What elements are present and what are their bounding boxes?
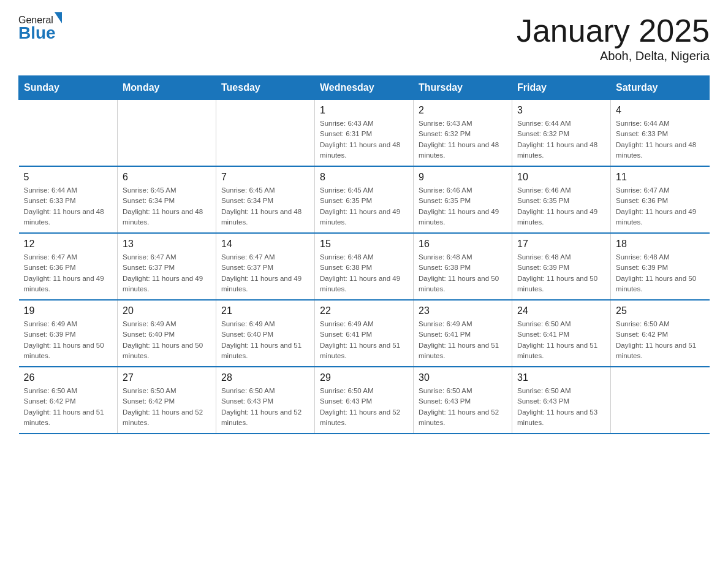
calendar-cell: 1Sunrise: 6:43 AMSunset: 6:31 PMDaylight… bbox=[315, 100, 414, 167]
calendar-cell: 24Sunrise: 6:50 AMSunset: 6:41 PMDayligh… bbox=[512, 300, 611, 367]
day-info: Sunrise: 6:45 AMSunset: 6:34 PMDaylight:… bbox=[123, 185, 211, 228]
header-tuesday: Tuesday bbox=[216, 76, 315, 100]
calendar-cell bbox=[19, 100, 118, 167]
day-info: Sunrise: 6:47 AMSunset: 6:37 PMDaylight:… bbox=[123, 252, 211, 294]
calendar-cell: 16Sunrise: 6:48 AMSunset: 6:38 PMDayligh… bbox=[414, 233, 512, 300]
calendar-cell: 3Sunrise: 6:44 AMSunset: 6:32 PMDaylight… bbox=[512, 100, 611, 167]
title-area: January 2025 Aboh, Delta, Nigeria bbox=[517, 12, 710, 63]
calendar-cell: 21Sunrise: 6:49 AMSunset: 6:40 PMDayligh… bbox=[216, 300, 315, 367]
day-info: Sunrise: 6:50 AMSunset: 6:43 PMDaylight:… bbox=[320, 386, 408, 428]
calendar-cell: 6Sunrise: 6:45 AMSunset: 6:34 PMDaylight… bbox=[118, 166, 216, 233]
day-number: 10 bbox=[517, 172, 605, 183]
logo: General Blue bbox=[18, 12, 62, 43]
day-number: 2 bbox=[419, 105, 507, 116]
day-info: Sunrise: 6:50 AMSunset: 6:41 PMDaylight:… bbox=[517, 319, 605, 361]
day-info: Sunrise: 6:48 AMSunset: 6:38 PMDaylight:… bbox=[419, 252, 507, 294]
day-info: Sunrise: 6:49 AMSunset: 6:39 PMDaylight:… bbox=[24, 319, 113, 361]
calendar-week-row: 5Sunrise: 6:44 AMSunset: 6:33 PMDaylight… bbox=[19, 166, 710, 233]
day-info: Sunrise: 6:47 AMSunset: 6:37 PMDaylight:… bbox=[221, 252, 309, 294]
day-info: Sunrise: 6:50 AMSunset: 6:43 PMDaylight:… bbox=[419, 386, 507, 428]
day-number: 13 bbox=[123, 239, 211, 250]
day-number: 9 bbox=[419, 172, 507, 183]
day-number: 31 bbox=[517, 372, 605, 383]
day-number: 19 bbox=[24, 305, 113, 316]
calendar-cell: 2Sunrise: 6:43 AMSunset: 6:32 PMDaylight… bbox=[414, 100, 512, 167]
logo-triangle-icon bbox=[55, 12, 62, 23]
day-number: 20 bbox=[123, 305, 211, 316]
day-info: Sunrise: 6:50 AMSunset: 6:43 PMDaylight:… bbox=[517, 386, 605, 428]
day-number: 29 bbox=[320, 372, 408, 383]
header-monday: Monday bbox=[118, 76, 216, 100]
day-info: Sunrise: 6:49 AMSunset: 6:41 PMDaylight:… bbox=[419, 319, 507, 361]
calendar-cell bbox=[611, 367, 710, 434]
day-number: 22 bbox=[320, 305, 408, 316]
day-number: 27 bbox=[123, 372, 211, 383]
day-number: 23 bbox=[419, 305, 507, 316]
calendar-cell: 26Sunrise: 6:50 AMSunset: 6:42 PMDayligh… bbox=[19, 367, 118, 434]
calendar-cell: 5Sunrise: 6:44 AMSunset: 6:33 PMDaylight… bbox=[19, 166, 118, 233]
logo-blue-text: Blue bbox=[18, 23, 56, 43]
day-info: Sunrise: 6:50 AMSunset: 6:42 PMDaylight:… bbox=[123, 386, 211, 428]
day-number: 11 bbox=[616, 172, 705, 183]
calendar-week-row: 26Sunrise: 6:50 AMSunset: 6:42 PMDayligh… bbox=[19, 367, 710, 434]
calendar-cell: 22Sunrise: 6:49 AMSunset: 6:41 PMDayligh… bbox=[315, 300, 414, 367]
calendar-week-row: 1Sunrise: 6:43 AMSunset: 6:31 PMDaylight… bbox=[19, 100, 710, 167]
day-number: 8 bbox=[320, 172, 408, 183]
calendar-title: January 2025 bbox=[517, 12, 710, 49]
day-number: 24 bbox=[517, 305, 605, 316]
day-info: Sunrise: 6:47 AMSunset: 6:36 PMDaylight:… bbox=[616, 185, 705, 228]
day-number: 6 bbox=[123, 172, 211, 183]
calendar-table: SundayMondayTuesdayWednesdayThursdayFrid… bbox=[18, 75, 710, 434]
calendar-cell bbox=[216, 100, 315, 167]
day-number: 1 bbox=[320, 105, 408, 116]
day-number: 5 bbox=[24, 172, 113, 183]
day-number: 30 bbox=[419, 372, 507, 383]
calendar-cell: 28Sunrise: 6:50 AMSunset: 6:43 PMDayligh… bbox=[216, 367, 315, 434]
day-info: Sunrise: 6:44 AMSunset: 6:33 PMDaylight:… bbox=[616, 118, 705, 161]
day-info: Sunrise: 6:49 AMSunset: 6:40 PMDaylight:… bbox=[221, 319, 309, 361]
page-header: General Blue January 2025 Aboh, Delta, N… bbox=[18, 12, 710, 63]
day-number: 15 bbox=[320, 239, 408, 250]
header-friday: Friday bbox=[512, 76, 611, 100]
day-info: Sunrise: 6:49 AMSunset: 6:40 PMDaylight:… bbox=[123, 319, 211, 361]
day-number: 7 bbox=[221, 172, 309, 183]
day-number: 17 bbox=[517, 239, 605, 250]
day-info: Sunrise: 6:48 AMSunset: 6:39 PMDaylight:… bbox=[616, 252, 705, 294]
day-number: 16 bbox=[419, 239, 507, 250]
calendar-subtitle: Aboh, Delta, Nigeria bbox=[517, 49, 710, 63]
calendar-cell: 7Sunrise: 6:45 AMSunset: 6:34 PMDaylight… bbox=[216, 166, 315, 233]
day-info: Sunrise: 6:45 AMSunset: 6:34 PMDaylight:… bbox=[221, 185, 309, 228]
calendar-week-row: 19Sunrise: 6:49 AMSunset: 6:39 PMDayligh… bbox=[19, 300, 710, 367]
calendar-cell: 15Sunrise: 6:48 AMSunset: 6:38 PMDayligh… bbox=[315, 233, 414, 300]
header-wednesday: Wednesday bbox=[315, 76, 414, 100]
calendar-cell: 29Sunrise: 6:50 AMSunset: 6:43 PMDayligh… bbox=[315, 367, 414, 434]
day-number: 25 bbox=[616, 305, 705, 316]
day-info: Sunrise: 6:50 AMSunset: 6:42 PMDaylight:… bbox=[616, 319, 705, 361]
calendar-cell: 13Sunrise: 6:47 AMSunset: 6:37 PMDayligh… bbox=[118, 233, 216, 300]
day-number: 18 bbox=[616, 239, 705, 250]
calendar-cell: 18Sunrise: 6:48 AMSunset: 6:39 PMDayligh… bbox=[611, 233, 710, 300]
day-info: Sunrise: 6:47 AMSunset: 6:36 PMDaylight:… bbox=[24, 252, 113, 294]
calendar-cell: 23Sunrise: 6:49 AMSunset: 6:41 PMDayligh… bbox=[414, 300, 512, 367]
calendar-week-row: 12Sunrise: 6:47 AMSunset: 6:36 PMDayligh… bbox=[19, 233, 710, 300]
header-saturday: Saturday bbox=[611, 76, 710, 100]
calendar-header-row: SundayMondayTuesdayWednesdayThursdayFrid… bbox=[19, 76, 710, 100]
day-info: Sunrise: 6:44 AMSunset: 6:33 PMDaylight:… bbox=[24, 185, 113, 228]
day-info: Sunrise: 6:50 AMSunset: 6:43 PMDaylight:… bbox=[221, 386, 309, 428]
calendar-cell: 8Sunrise: 6:45 AMSunset: 6:35 PMDaylight… bbox=[315, 166, 414, 233]
header-sunday: Sunday bbox=[19, 76, 118, 100]
day-info: Sunrise: 6:45 AMSunset: 6:35 PMDaylight:… bbox=[320, 185, 408, 228]
day-info: Sunrise: 6:49 AMSunset: 6:41 PMDaylight:… bbox=[320, 319, 408, 361]
calendar-cell: 27Sunrise: 6:50 AMSunset: 6:42 PMDayligh… bbox=[118, 367, 216, 434]
day-info: Sunrise: 6:50 AMSunset: 6:42 PMDaylight:… bbox=[24, 386, 113, 428]
calendar-cell: 4Sunrise: 6:44 AMSunset: 6:33 PMDaylight… bbox=[611, 100, 710, 167]
day-info: Sunrise: 6:48 AMSunset: 6:38 PMDaylight:… bbox=[320, 252, 408, 294]
calendar-cell: 10Sunrise: 6:46 AMSunset: 6:35 PMDayligh… bbox=[512, 166, 611, 233]
day-info: Sunrise: 6:43 AMSunset: 6:31 PMDaylight:… bbox=[320, 118, 408, 161]
calendar-cell: 19Sunrise: 6:49 AMSunset: 6:39 PMDayligh… bbox=[19, 300, 118, 367]
calendar-cell: 20Sunrise: 6:49 AMSunset: 6:40 PMDayligh… bbox=[118, 300, 216, 367]
calendar-cell: 11Sunrise: 6:47 AMSunset: 6:36 PMDayligh… bbox=[611, 166, 710, 233]
day-number: 3 bbox=[517, 105, 605, 116]
day-number: 26 bbox=[24, 372, 113, 383]
day-number: 14 bbox=[221, 239, 309, 250]
